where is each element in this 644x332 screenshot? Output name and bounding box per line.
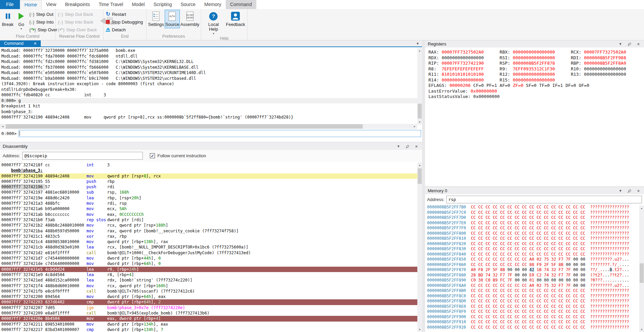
memory-row[interactable]: 0000008B5F2FF870A0 F8 2F 5F 8B 00 00 00 …	[427, 267, 644, 273]
memory-row[interactable]: 0000008B5F2FF8B0CC CC CC CC CC CC CC CC …	[427, 288, 644, 294]
pin-icon[interactable]	[406, 144, 410, 148]
scroll-thumb[interactable]	[418, 104, 422, 119]
memory-row[interactable]: 0000008B5F2FF830CC CC CC CC CC CC CC CC …	[427, 246, 644, 252]
assembly-button[interactable]: 0110II0I0IAssembly	[180, 10, 199, 28]
disasm-line[interactable]: 00007ff7`3274218fccint3	[0, 162, 422, 168]
command-horizontal-scrollbar[interactable]: ◄ ►	[0, 124, 417, 129]
disasm-line[interactable]: 00007ff7`3274219657pushrdi	[0, 184, 422, 190]
disasm-line[interactable]: 00007ff7`327421a3488bfcmovrdi, rsp	[0, 201, 422, 206]
command-input[interactable]	[19, 130, 421, 137]
close-icon[interactable]: ✕	[637, 42, 640, 46]
disasm-line[interactable]: 00007ff7`32742203837d6402cmpdword ptr [r…	[0, 299, 422, 305]
disasm-line[interactable]: 00007ff7`327421e54c8d4d24lear9, [rbp+24h…	[0, 267, 422, 272]
ribbon-tab-file[interactable]: File	[0, 0, 20, 9]
memory-row[interactable]: 0000008B5F2FF7B0CC CC CC CC CC CC CC CC …	[427, 205, 644, 210]
disasm-line[interactable]: 00007ff7`3274219048894c2408movqword ptr …	[0, 173, 422, 179]
disasm-line[interactable]: 00007ff7`327421b2488b8c2488010000movrcx,…	[0, 223, 422, 228]
memory-row[interactable]: 0000008B5F2FF810CC CC CC CC CC CC CC CC …	[427, 236, 644, 241]
memory-row[interactable]: 0000008B5F2FF8D0CC CC CC CC CC CC CC CC …	[427, 299, 644, 304]
step-over-back-button[interactable]: {↶}Step Over Back	[57, 26, 98, 33]
memory-row[interactable]: 0000008B5F2FF820CC CC CC CC CC CC CC CC …	[427, 241, 644, 247]
ribbon-tab-memory[interactable]: Memory	[200, 0, 226, 9]
memory-row[interactable]: 0000008B5F2FF840CC CC CC CC CC CC CC CC …	[427, 252, 644, 257]
scroll-up-icon[interactable]: ▲	[417, 48, 422, 53]
disasm-line[interactable]: 00007ff7`327421d2e816f2ffffcallbomb!@ILT…	[0, 250, 422, 256]
memory-row[interactable]: 0000008B5F2FF910CC CC CC CC CC CC CC CC …	[427, 320, 644, 325]
chevron-down-icon[interactable]: ▼	[619, 189, 622, 193]
command-vertical-scrollbar[interactable]: ▲ ▼	[417, 48, 422, 125]
disasm-line[interactable]: 00007ff7`327421abb8ccccccccmoveax, 0CCCC…	[0, 212, 422, 217]
ribbon-tab-scripting[interactable]: Scripting	[149, 0, 176, 9]
source-button[interactable]: </>Source	[165, 10, 180, 28]
disassembly-address-input[interactable]: @$scopeip	[22, 152, 143, 160]
scroll-down-icon[interactable]: ▼	[639, 327, 644, 332]
memory-row[interactable]: 0000008B5F2FF88028 BD 74 32 F7 7F 00 00 …	[427, 273, 644, 278]
memory-row[interactable]: 0000008B5F2FF920CC CC CC CC CC CC CC CC …	[427, 325, 644, 330]
disasm-line[interactable]: 00007ff7`327421e94c8d4504lear8, [rbp+4]	[0, 272, 422, 277]
scroll-thumb[interactable]	[640, 263, 644, 283]
disasm-line[interactable]: 00007ff7`3274220e8b4504moveax, dword ptr…	[0, 316, 422, 321]
follow-current-instruction-checkbox[interactable]: ✓	[150, 153, 155, 158]
ribbon-tab-model[interactable]: Model	[128, 0, 149, 9]
ribbon-tab-command[interactable]: Command	[226, 0, 256, 9]
scroll-up-icon[interactable]: ▲	[639, 205, 644, 211]
disasm-line[interactable]: 00007ff7`32742211898534010000movdword pt…	[0, 322, 422, 327]
disassembly-vertical-scrollbar[interactable]: ▲ ▼	[417, 162, 422, 332]
step-over-button[interactable]: {↷}Step Over	[28, 26, 58, 33]
scroll-left-icon[interactable]: ◄	[0, 124, 5, 129]
pin-icon[interactable]	[627, 189, 632, 193]
disasm-line[interactable]: 00007ff7`32742209e8a8f1ffffcallbomb!@ILT…	[0, 310, 422, 316]
memory-row[interactable]: 0000008B5F2FF800CC CC CC CC CC CC CC CC …	[427, 231, 644, 236]
disasm-line[interactable]: 00007ff7`327421c448898538010000movqword …	[0, 239, 422, 244]
close-icon[interactable]: ✕	[34, 41, 37, 46]
chevron-down-icon[interactable]: ▼	[413, 40, 422, 46]
disasm-line[interactable]: 00007ff7`32742200894564movdword ptr [rbp…	[0, 294, 422, 299]
scroll-down-icon[interactable]: ▼	[417, 119, 422, 125]
disasm-line[interactable]: 00007ff7`327421d7c7454400000000movdword …	[0, 256, 422, 261]
scroll-thumb[interactable]	[6, 124, 363, 129]
settings-button[interactable]: Settings	[148, 10, 164, 28]
ribbon-tab-breakpoints[interactable]: Breakpoints	[61, 0, 94, 9]
disasm-line[interactable]: 00007ff7`3274219e488d6c2420learbp, [rsp+…	[0, 195, 422, 201]
memory-address-input[interactable]: rsp	[446, 196, 642, 203]
step-into-button[interactable]: {↓}Step Into	[28, 18, 58, 26]
memory-row[interactable]: 0000008B5F2FF7E0CC CC CC CC CC CC CC CC …	[427, 221, 644, 226]
memory-row[interactable]: 0000008B5F2FF8C0CC CC CC CC CC CC CC CC …	[427, 294, 644, 299]
memory-row[interactable]: 0000008B5F2FF850CC CC CC CC CC CC CC CC …	[427, 257, 644, 262]
disasm-line[interactable]: 00007ff7`327421f4488b8d60010000movrcx, q…	[0, 283, 422, 289]
disasm-line[interactable]: 00007ff7`327421974881ec68010000subrsp, 1…	[0, 190, 422, 195]
close-icon[interactable]: ✕	[637, 189, 640, 193]
ribbon-tab-view[interactable]: View	[42, 0, 61, 9]
disasm-line[interactable]: 00007ff7`327421ba488b0597d50000movrax, q…	[0, 228, 422, 234]
memory-row[interactable]: 0000008B5F2FF8A0CC CC CC CC CC CC CC CC …	[427, 283, 644, 289]
feedback-button[interactable]: Feedback	[225, 10, 246, 28]
memory-row[interactable]: 0000008B5F2FF7F0CC CC CC CC CC CC CC CC …	[427, 226, 644, 231]
memory-row[interactable]: 0000008B5F2FF7D0CC CC CC CC CC CC CC CC …	[427, 215, 644, 221]
chevron-down-icon[interactable]: ▼	[397, 145, 400, 148]
disasm-line[interactable]: 00007ff7`327422077d05jgebomb!phase_3+0x7…	[0, 305, 422, 310]
go-button[interactable]: Go▾	[15, 10, 28, 31]
restart-button[interactable]: ↻Restart	[105, 10, 144, 18]
ribbon-tab-home[interactable]: Home	[20, 0, 42, 9]
scroll-up-icon[interactable]: ▲	[417, 162, 422, 168]
command-panel-tab[interactable]: Command ✕	[0, 40, 41, 46]
memory-row[interactable]: 0000008B5F2FF860CC CC CC CC CC CC CC CC …	[427, 262, 644, 268]
disasm-line[interactable]: 00007ff7`327421c14833c5xorrax, rbp	[0, 234, 422, 239]
scroll-right-icon[interactable]: ►	[412, 124, 417, 129]
memory-row[interactable]: 0000008B5F2FF900CC CC CC CC CC CC CC CC …	[427, 314, 644, 320]
break-button[interactable]: Break	[1, 10, 14, 28]
local-help-button[interactable]: ?Local Help▾	[202, 10, 225, 36]
memory-vertical-scrollbar[interactable]: ▲ ▼	[639, 205, 644, 332]
disasm-line[interactable]: 00007ff7`327421a6b95a000000movecx, 5Ah	[0, 206, 422, 211]
scroll-down-icon[interactable]: ▼	[417, 327, 422, 332]
memory-row[interactable]: 0000008B5F2FF890C0 30 C0 B9 FC 7F 00 00 …	[427, 278, 644, 283]
memory-row[interactable]: 0000008B5F2FF7C0CC CC CC CC CC CC CC CC …	[427, 210, 644, 215]
step-into-back-button[interactable]: {↓}Step Into Back	[57, 18, 98, 26]
pin-icon[interactable]	[627, 42, 632, 46]
chevron-down-icon[interactable]: ▼	[619, 42, 622, 46]
scroll-thumb[interactable]	[418, 168, 422, 184]
step-out-back-button[interactable]: {↑}Step Out Back	[57, 10, 98, 18]
disasm-line[interactable]: 00007ff7`3274221783bd3401000007cmpdword …	[0, 327, 422, 332]
disasm-line[interactable]: 00007ff7`327421cb488d0d383e0100learcx, […	[0, 244, 422, 250]
ribbon-tab-source[interactable]: Source	[176, 0, 200, 9]
